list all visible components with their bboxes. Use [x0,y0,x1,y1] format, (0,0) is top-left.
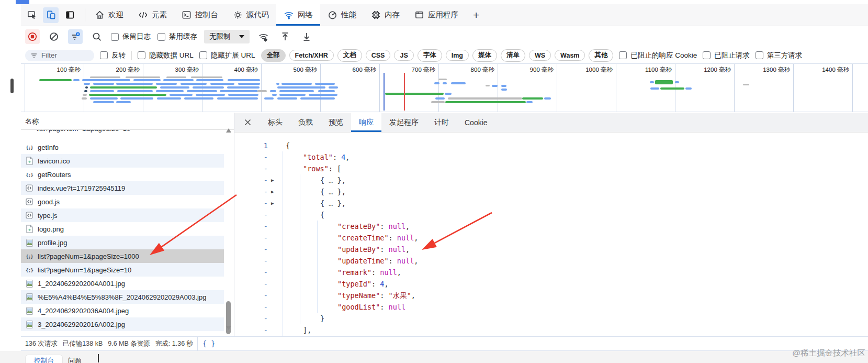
response-json-viewer[interactable]: 1{-"total": 4,-"rows": [-▶{ … },-▶{ … },… [234,133,868,336]
hide-data-urls-checkbox[interactable] [138,51,145,59]
request-row[interactable]: favicon.ico [21,154,224,168]
clear-network-log-button[interactable] [47,29,61,44]
script-request-icon [25,184,33,192]
indent-guide [283,221,283,232]
detail-tab-initiator[interactable]: 发起程序 [381,113,426,132]
resource-type-chip[interactable]: Fetch/XHR [289,50,334,61]
drawer-tab-console[interactable]: 控制台 [25,355,63,363]
waterfall-bar [650,87,659,90]
disable-cache-label: 禁用缓存 [169,32,197,41]
search-network-button[interactable] [89,29,104,44]
fold-arrow-icon[interactable]: ▶ [271,174,279,186]
preserve-log-option[interactable]: 保留日志 [111,32,151,41]
waterfall-bar [85,86,88,89]
resource-type-chip[interactable]: 字体 [418,49,442,62]
close-detail-button[interactable] [234,113,260,132]
request-name: getRouters [38,171,71,179]
hide-data-urls-option[interactable]: 隐藏数据 URL [138,51,194,60]
detail-tab-cookies[interactable]: Cookie [457,113,495,132]
third-party-requests-option[interactable]: 第三方请求 [756,51,803,60]
resource-type-chip[interactable]: 全部 [261,49,286,62]
network-overview-timeline[interactable]: 100 毫秒200 毫秒300 毫秒400 毫秒500 毫秒600 毫秒700 … [21,64,868,112]
request-row[interactable]: logo.png [21,222,224,236]
resource-type-chip[interactable]: Wasm [555,50,585,61]
request-list-scrollbar[interactable] [225,128,232,334]
detail-tab-headers[interactable]: 标头 [260,113,290,132]
resource-type-chip[interactable]: 清单 [501,49,525,62]
request-row[interactable]: 3_20240629202016A002.jpg [21,317,224,331]
request-row[interactable]: {;}getInfo [21,140,224,154]
invert-filter-option[interactable]: 反转 [100,51,126,60]
tab-sources[interactable]: 源代码 [226,4,277,26]
import-har-button[interactable] [278,29,292,44]
device-toolbar-button[interactable] [43,7,59,23]
request-row[interactable]: good.js [21,195,224,208]
inspect-element-button[interactable] [24,7,40,23]
tab-console[interactable]: 控制台 [174,4,226,26]
finish-time: 完成: 1.36 秒 [155,339,193,348]
throttling-dropdown[interactable]: 无限制 [204,30,250,43]
request-row[interactable]: type.js [21,208,224,222]
request-row[interactable]: %E5%A4%B4%E5%83%8F_20240629202029A003.jp… [21,290,224,304]
resource-type-chip[interactable]: Img [446,50,469,61]
hide-extension-urls-checkbox[interactable] [199,51,207,59]
name-column-header[interactable]: 名称 [21,113,234,130]
code-text: "createBy": null, [337,221,410,232]
indent-guide [283,324,283,336]
network-conditions-button[interactable] [256,29,271,44]
detail-tab-payload[interactable]: 负载 [290,113,321,132]
resource-type-chip[interactable]: WS [529,50,551,61]
blocked-response-cookies-checkbox[interactable] [619,51,627,59]
detail-tab-response[interactable]: 响应 [351,113,381,132]
request-row[interactable]: {;}list?pageNum=1&pageSize=1000 [21,249,224,263]
detail-tab-preview[interactable]: 预览 [321,113,351,132]
partial-request-name: list?pageNum=1&pageSize=10 [37,130,130,133]
overview-scrollbar-nub[interactable] [10,79,14,93]
filter-input[interactable]: Filter [25,50,94,61]
dock-side-button[interactable] [62,7,77,23]
blocked-requests-option[interactable]: 已阻止请求 [703,51,750,60]
scroll-down-icon[interactable] [226,326,231,330]
resource-type-chip[interactable]: CSS [366,50,391,61]
partial-request-row[interactable]: list?pageNum=1&pageSize=10 [21,130,234,140]
tab-memory[interactable]: 内存 [364,4,407,26]
disable-cache-checkbox[interactable] [157,33,165,41]
blocked-requests-checkbox[interactable] [703,51,711,59]
request-row[interactable]: profile.jpg [21,236,224,249]
toggle-filter-bar-button[interactable] [68,29,83,44]
request-row[interactable]: 4_20240629202036A004.jpeg [21,304,224,317]
resource-type-chip[interactable]: JS [394,50,413,61]
blocked-response-cookies-option[interactable]: 已阻止的响应 Cookie [619,51,697,60]
hide-extension-urls-option[interactable]: 隐藏扩展 URL [199,51,255,60]
waterfall-bar [281,83,312,85]
scroll-up-icon[interactable] [226,128,231,133]
network-filter-row: Filter 反转 隐藏数据 URL 隐藏扩展 URL 全部Fetch/XHR文… [21,47,868,64]
tab-elements[interactable]: 元素 [131,4,174,26]
request-row[interactable]: {;}list?pageNum=1&pageSize=10 [21,263,224,277]
resource-type-chip[interactable]: 文档 [337,49,362,62]
format-json-button[interactable]: { } [202,339,215,348]
invert-checkbox[interactable] [100,51,108,59]
detail-tab-timing[interactable]: 计时 [426,113,457,132]
third-party-requests-checkbox[interactable] [756,51,763,59]
request-row[interactable]: {;}getRouters [21,168,224,181]
request-row[interactable]: index.vue?t=1719725945119 [21,181,224,195]
close-icon [244,118,252,126]
preserve-log-checkbox[interactable] [111,33,119,41]
tab-welcome[interactable]: 欢迎 [87,4,131,26]
more-tabs-button[interactable]: + [466,4,487,26]
tab-network[interactable]: 网络 [276,4,320,26]
drawer-tab-issues[interactable]: 问题 [68,356,82,363]
resource-type-chip[interactable]: 其他 [589,49,613,62]
fold-arrow-icon[interactable]: ▶ [271,197,279,209]
waterfall-bar [228,79,260,81]
export-har-button[interactable] [299,29,314,44]
resource-type-chip[interactable]: 媒体 [472,49,497,62]
record-network-log-button[interactable] [25,29,40,44]
disable-cache-option[interactable]: 禁用缓存 [157,32,197,41]
waterfall-bar [181,83,207,85]
request-row[interactable]: 1_20240629202004A001.jpg [21,277,224,290]
fold-arrow-icon[interactable]: ▶ [271,186,279,197]
tab-performance[interactable]: 性能 [320,4,364,26]
tab-application[interactable]: 应用程序 [407,4,466,26]
